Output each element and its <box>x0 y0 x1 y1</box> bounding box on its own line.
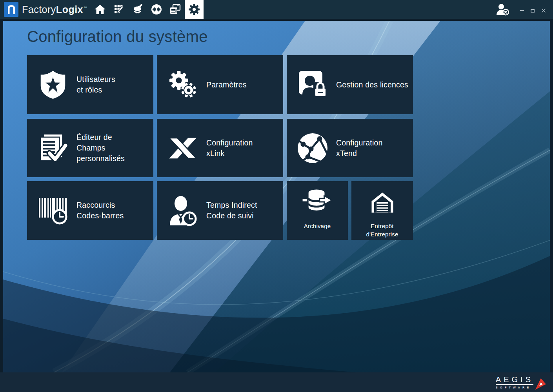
tile-users-and-roles[interactable]: Utilisateurs et rôles <box>27 55 153 114</box>
tile-label: Utilisateurs et rôles <box>76 74 115 95</box>
grid-pencil-icon <box>113 4 125 15</box>
nav-plan-editor-button[interactable] <box>109 0 128 19</box>
id-badge-lock-icon <box>292 70 333 99</box>
brand-wordmark: FactoryLogix™ <box>22 4 87 15</box>
tile-label-line1: Archivage <box>304 222 331 230</box>
database-arrow-icon <box>287 187 348 216</box>
app-window: FactoryLogix™ <box>0 0 553 392</box>
tile-enterprise-warehouse[interactable]: Entrepôt d'Entreprise <box>351 181 413 240</box>
tile-label-line1: Temps Indirect <box>206 200 257 211</box>
main-nav <box>91 0 204 19</box>
tile-label-line2: xTend <box>336 148 383 159</box>
nav-reports-button[interactable] <box>166 0 185 19</box>
tile-xtend-configuration[interactable]: Configuration xTend <box>287 119 413 177</box>
window-controls <box>518 7 548 14</box>
network-globe-icon <box>292 132 333 164</box>
tile-barcode-shortcuts[interactable]: Raccourcis Codes-barres <box>27 181 153 240</box>
nav-home-button[interactable] <box>91 0 109 19</box>
tile-label-line1: Éditeur de <box>76 132 153 143</box>
aegis-brand: AEGIS <box>496 376 533 385</box>
tile-license-management[interactable]: Gestion des licences <box>287 55 413 114</box>
user-signed-out-icon <box>496 3 510 16</box>
tile-label-line2: d'Entreprise <box>366 230 398 238</box>
xlink-logo-icon <box>162 136 203 161</box>
tile-parameters[interactable]: Paramètres <box>157 55 283 114</box>
tile-label: Gestion des licences <box>336 80 408 90</box>
tile-label: Configuration xLink <box>206 138 253 159</box>
aegis-sub-brand: SOFTWARE <box>496 386 533 389</box>
brand-trademark: ™ <box>84 6 87 10</box>
tile-archiving[interactable]: Archivage <box>287 181 348 240</box>
maximize-icon <box>531 9 535 13</box>
gear-icon <box>187 3 201 16</box>
page-title: Configuration du système <box>27 28 208 45</box>
tile-label: Raccourcis Codes-barres <box>76 200 124 221</box>
bottom-bar: AEGIS SOFTWARE <box>0 372 553 392</box>
tile-label-line2: et rôles <box>76 85 115 95</box>
tile-label-line2: Codes-barres <box>76 211 124 221</box>
tile-label: Éditeur de Champs personnalisés <box>76 132 153 164</box>
tile-label-line1: Raccourcis <box>76 200 124 211</box>
barcode-clock-icon <box>33 196 73 225</box>
tile-label: Paramètres <box>206 80 247 90</box>
tile-label-line1: Paramètres <box>206 80 247 90</box>
warehouse-icon <box>351 187 413 216</box>
top-bar: FactoryLogix™ <box>0 0 553 19</box>
main-area: Configuration du système Utilisateurs et… <box>3 21 550 372</box>
tile-label: Archivage <box>304 222 331 230</box>
aegis-arrow-icon <box>534 377 547 391</box>
close-button[interactable] <box>540 7 548 14</box>
tile-label-line1: Entrepôt <box>366 222 398 230</box>
top-right-cluster <box>496 3 553 16</box>
minimize-button[interactable] <box>518 7 526 14</box>
home-icon <box>94 4 106 15</box>
sync-arrows-icon <box>151 4 162 15</box>
nav-settings-button[interactable] <box>185 0 204 19</box>
close-icon <box>541 8 546 13</box>
tile-label: Temps Indirect Code de suivi <box>206 200 257 221</box>
minimize-icon <box>520 10 524 11</box>
tile-label-line1: Utilisateurs <box>76 74 115 85</box>
maximize-button[interactable] <box>529 7 536 14</box>
aegis-logo-text: AEGIS SOFTWARE <box>496 376 533 389</box>
tile-label-line1: Configuration <box>336 138 383 148</box>
tile-label-line2: Code de suivi <box>206 211 257 221</box>
tile-label: Configuration xTend <box>336 138 383 159</box>
shield-star-icon <box>33 69 73 100</box>
tile-custom-fields-editor[interactable]: Éditeur de Champs personnalisés <box>27 119 153 177</box>
n-mark-icon <box>7 4 16 15</box>
tile-indirect-time[interactable]: Temps Indirect Code de suivi <box>157 181 283 240</box>
factorylogix-logo-icon <box>4 2 18 17</box>
nav-sync-button[interactable] <box>147 0 166 19</box>
tile-label-line2: Champs personnalisés <box>76 143 153 164</box>
tile-label-line2: xLink <box>206 148 253 159</box>
stacked-windows-icon <box>169 4 182 15</box>
brand-logix: Logix <box>56 4 83 15</box>
nav-materials-button[interactable] <box>128 0 147 19</box>
tile-xlink-configuration[interactable]: Configuration xLink <box>157 119 283 177</box>
brand-factory: Factory <box>22 4 56 15</box>
document-check-icon <box>33 133 73 163</box>
tile-label: Entrepôt d'Entreprise <box>366 222 398 238</box>
user-account-button[interactable] <box>496 3 510 16</box>
person-clock-icon <box>162 195 203 226</box>
tile-label-line1: Configuration <box>206 138 253 148</box>
gears-icon <box>162 70 203 100</box>
database-import-icon <box>132 4 144 15</box>
aegis-logo: AEGIS SOFTWARE <box>496 376 547 389</box>
tile-label-line1: Gestion des licences <box>336 80 408 90</box>
